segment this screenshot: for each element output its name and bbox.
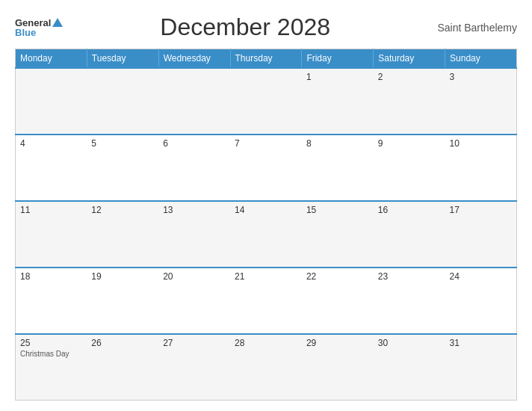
calendar-day-13: 13: [158, 201, 230, 268]
calendar-day-empty: [158, 68, 230, 135]
day-number: 27: [163, 338, 226, 348]
col-header-friday: Friday: [302, 49, 374, 69]
calendar-day-31: 31: [445, 334, 517, 401]
day-number: 13: [163, 205, 226, 215]
calendar-day-empty: [230, 68, 302, 135]
day-number: 28: [235, 338, 297, 348]
logo-general-text: General: [15, 18, 51, 28]
calendar-day-empty: [16, 68, 87, 135]
calendar-week-row: 18192021222324: [16, 268, 517, 334]
calendar-day-2: 2: [374, 68, 445, 135]
calendar-day-25: 25Christmas Day: [16, 334, 87, 401]
col-header-monday: Monday: [16, 49, 87, 69]
day-number: 18: [20, 271, 82, 282]
day-number: 11: [20, 205, 82, 215]
day-number: 26: [91, 338, 154, 348]
day-number: 8: [306, 138, 369, 149]
day-number: 1: [306, 72, 369, 82]
day-number: 17: [450, 205, 512, 215]
calendar-week-row: 123: [16, 68, 517, 135]
calendar-day-1: 1: [302, 68, 374, 135]
col-header-thursday: Thursday: [230, 49, 302, 69]
day-number: 30: [378, 338, 441, 348]
day-number: 10: [450, 138, 512, 149]
day-number: 23: [378, 271, 441, 282]
calendar-day-30: 30: [374, 334, 445, 401]
calendar-day-3: 3: [445, 68, 517, 135]
calendar-day-10: 10: [445, 135, 517, 201]
day-number: 5: [91, 138, 154, 149]
day-number: 15: [306, 205, 369, 215]
col-header-sunday: Sunday: [445, 49, 517, 69]
day-number: 31: [450, 338, 512, 348]
calendar-day-19: 19: [87, 268, 158, 334]
calendar-week-row: 11121314151617: [16, 201, 517, 268]
header: General Blue December 2028 Saint Barthel…: [15, 13, 517, 41]
calendar-day-26: 26: [87, 334, 158, 401]
day-number: 2: [378, 72, 441, 82]
day-event: Christmas Day: [20, 350, 82, 358]
calendar-table: MondayTuesdayWednesdayThursdayFridaySatu…: [15, 49, 517, 401]
day-number: 24: [450, 271, 512, 282]
day-number: 25: [20, 338, 82, 348]
calendar-day-29: 29: [302, 334, 374, 401]
day-number: 16: [378, 205, 441, 215]
calendar-day-6: 6: [158, 135, 230, 201]
calendar-week-row: 45678910: [16, 135, 517, 201]
day-number: 22: [306, 271, 369, 282]
calendar-day-21: 21: [230, 268, 302, 334]
day-number: 7: [235, 138, 297, 149]
day-number: 29: [306, 338, 369, 348]
calendar-day-4: 4: [16, 135, 87, 201]
calendar-header-row: MondayTuesdayWednesdayThursdayFridaySatu…: [16, 49, 517, 69]
logo: General Blue: [15, 18, 63, 37]
region-label: Saint Barthelemy: [427, 22, 517, 34]
logo-blue-text: Blue: [15, 28, 36, 37]
day-number: 4: [20, 138, 82, 149]
calendar-day-15: 15: [302, 201, 374, 268]
calendar-day-7: 7: [230, 135, 302, 201]
page: General Blue December 2028 Saint Barthel…: [0, 0, 532, 411]
calendar-day-28: 28: [230, 334, 302, 401]
col-header-saturday: Saturday: [374, 49, 445, 69]
calendar-day-12: 12: [87, 201, 158, 268]
day-number: 12: [91, 205, 154, 215]
day-number: 14: [235, 205, 297, 215]
calendar-day-16: 16: [374, 201, 445, 268]
calendar-day-18: 18: [16, 268, 87, 334]
day-number: 20: [163, 271, 226, 282]
calendar-day-27: 27: [158, 334, 230, 401]
day-number: 9: [378, 138, 441, 149]
calendar-day-8: 8: [302, 135, 374, 201]
logo-triangle-icon: [52, 18, 63, 27]
calendar-day-empty: [87, 68, 158, 135]
day-number: 6: [163, 138, 226, 149]
calendar-day-23: 23: [374, 268, 445, 334]
calendar-day-9: 9: [374, 135, 445, 201]
calendar-day-20: 20: [158, 268, 230, 334]
calendar-day-24: 24: [445, 268, 517, 334]
calendar-day-11: 11: [16, 201, 87, 268]
calendar-day-14: 14: [230, 201, 302, 268]
calendar-day-17: 17: [445, 201, 517, 268]
calendar-day-5: 5: [87, 135, 158, 201]
day-number: 3: [450, 72, 512, 82]
col-header-tuesday: Tuesday: [87, 49, 158, 69]
calendar-title: December 2028: [63, 13, 427, 41]
calendar-day-22: 22: [302, 268, 374, 334]
col-header-wednesday: Wednesday: [158, 49, 230, 69]
day-number: 21: [235, 271, 297, 282]
calendar-week-row: 25Christmas Day262728293031: [16, 334, 517, 401]
day-number: 19: [91, 271, 154, 282]
